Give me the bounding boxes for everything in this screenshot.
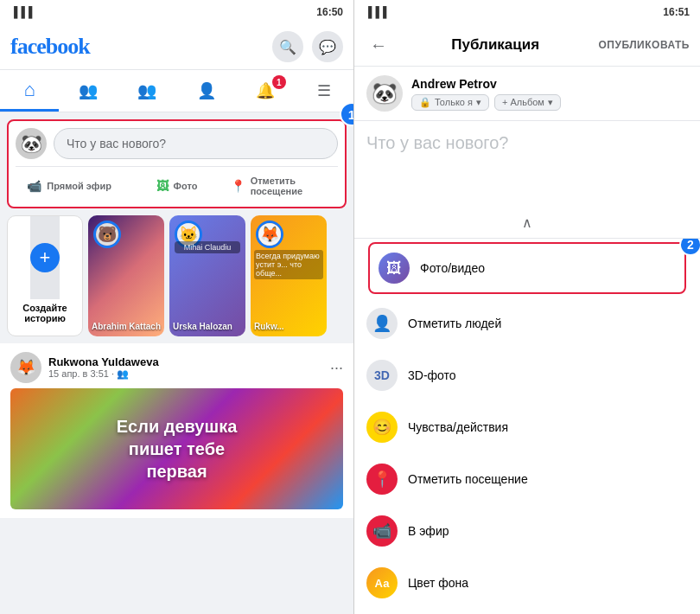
time-left: 16:50 [316,6,343,18]
story-2-tag: Mihai Claudiu [175,241,240,253]
time-right: 16:51 [663,6,690,18]
menu-item-camera[interactable]: 📷 Камера [354,609,700,614]
story-2-name: Urska Halozan [173,322,242,331]
tab-notifications[interactable]: 🔔 1 [236,70,295,112]
author-row: 🐼 Andrew Petrov 🔒 Только я ▾ + Альбом ▾ [354,67,700,121]
profile-icon: 👤 [197,81,216,100]
privacy-label: Только я [435,97,473,107]
location-icon: 📍 [231,179,245,193]
post-box: 🐼 Что у вас нового? 📹 Прямой эфир 🖼 Фото… [7,119,347,208]
post-box-row: 🐼 Что у вас нового? [16,128,338,159]
stories-row: + Создайте историю 🐻 Abrahim Kattach 🐱 M… [0,215,353,343]
publish-header: ← Публикация ОПУБЛИКОВАТЬ [354,24,700,67]
signal-icon-right: ▐▐▐ [365,6,387,18]
tab-home[interactable]: ⌂ [0,70,59,112]
post-actions: 📹 Прямой эфир 🖼 Фото 📍 Отметить посещени… [16,166,338,200]
collapse-row: ∧ [354,208,700,239]
header-icons: 🔍 💬 [272,31,343,62]
live-action[interactable]: 📹 Прямой эфир [16,172,123,200]
location-action[interactable]: 📍 Отметить посещение [231,172,338,200]
friends-icon: 👥 [79,81,98,100]
post-author-info: 🦊 Rukwona Yuldaweva 15 апр. в 3:51 · 👥 [10,352,159,383]
publish-title: Публикация [451,36,539,54]
live-label: Прямой эфир [47,181,111,191]
background-icon: Аа [366,567,398,598]
status-bar-left: ▐▐▐ 16:50 [0,0,353,24]
post-image-text: Если девушкапишет тебепервая [117,415,238,483]
author-controls: 🔒 Только я ▾ + Альбом ▾ [411,94,561,111]
post-author-details: Rukwona Yuldaweva 15 апр. в 3:51 · 👥 [48,355,159,380]
author-avatar-emoji: 🐼 [372,81,398,106]
menu-item-background[interactable]: Аа Цвет фона [354,557,700,609]
live-icon: 📹 [27,179,41,193]
menu-item-live[interactable]: 📹 В эфир [354,505,700,557]
story-1[interactable]: 🐻 Abrahim Kattach [88,215,164,336]
background-label: Цвет фона [408,576,468,590]
live-label: В эфир [408,524,449,538]
lock-icon: 🔒 [419,97,431,108]
photo-action[interactable]: 🖼 Фото [123,172,230,200]
post-author-row: 🦊 Rukwona Yuldaweva 15 апр. в 3:51 · 👥 ·… [10,352,343,383]
feelings-icon: 😊 [366,412,398,443]
photo-label: Фото [174,181,198,191]
menu-item-feelings[interactable]: 😊 Чувства/действия [354,401,700,453]
author-name: Andrew Petrov [411,77,561,91]
home-icon: ⌂ [23,79,35,101]
post-author-name: Rukwona Yuldaweva [48,355,159,368]
notification-badge: 1 [272,75,286,89]
author-avatar: 🐼 [366,75,403,112]
signal-icon: ▐▐▐ [10,6,33,18]
privacy-selector[interactable]: 🔒 Только я ▾ [411,94,489,111]
story-create-top: + [30,216,60,299]
story-3[interactable]: 🦊 Всегда придумаю устит э... что обще...… [251,215,327,336]
menu-item-photo-video-wrapper: 🖼 Фото/видео 2 [361,242,693,294]
messenger-button[interactable]: 💬 [312,31,343,62]
nav-tabs: ⌂ 👥 👥 👤 🔔 1 ☰ [0,70,353,112]
menu-item-check-in[interactable]: 📍 Отметить посещение [354,453,700,505]
story-create-label: Создайте историю [8,299,82,327]
tag-people-label: Отметить людей [408,317,501,330]
menu-item-tag-people[interactable]: 👤 Отметить людей [354,297,700,349]
post-menu-button[interactable]: ··· [330,359,343,377]
privacy-chevron: ▾ [476,97,481,108]
story-1-name: Abrahim Kattach [92,322,161,331]
check-in-label: Отметить посещение [408,472,528,486]
live-icon: 📹 [366,515,398,547]
back-arrow-icon: ← [370,35,387,55]
post-author-avatar: 🦊 [10,352,41,383]
facebook-logo: facebook [10,34,90,60]
photo-icon: 🖼 [156,179,169,193]
post-text-placeholder: Что у вас нового? [366,133,508,152]
publish-button[interactable]: ОПУБЛИКОВАТЬ [598,39,690,51]
photo-video-label: Фото/видео [420,261,485,275]
post-preview: 🦊 Rukwona Yuldaweva 15 апр. в 3:51 · 👥 ·… [0,343,353,518]
album-label: + Альбом [502,97,544,107]
story-3-text: Всегда придумаю устит э... что обще... [254,250,323,279]
story-create-plus-icon: + [30,243,60,272]
chevron-up-icon[interactable]: ∧ [522,214,532,231]
panda-emoji: 🐼 [21,133,42,154]
story-1-avatar: 🐻 [93,221,121,248]
search-icon: 🔍 [279,39,296,55]
3d-photo-icon: 3D [366,360,398,391]
menu-icon: ☰ [317,81,331,100]
post-text-area[interactable]: Что у вас нового? [354,121,700,208]
album-selector[interactable]: + Альбом ▾ [494,94,561,111]
status-bar-left-icons: ▐▐▐ [10,6,33,18]
author-info: Andrew Petrov 🔒 Только я ▾ + Альбом ▾ [411,77,561,111]
left-panel: ▐▐▐ 16:50 facebook 🔍 💬 ⌂ 👥 👥 👤 🔔 [0,0,354,614]
post-input[interactable]: Что у вас нового? [54,128,338,159]
check-in-icon: 📍 [366,464,398,495]
menu-item-3d-photo[interactable]: 3D 3D-фото [354,349,700,401]
back-button[interactable]: ← [365,31,392,59]
menu-item-photo-video[interactable]: 🖼 Фото/видео [368,242,686,294]
tab-groups[interactable]: 👥 [118,70,176,112]
story-2[interactable]: 🐱 Mihai Claudiu Urska Halozan [169,215,245,336]
location-label: Отметить посещение [251,176,338,196]
tab-friends[interactable]: 👥 [59,70,118,112]
search-button[interactable]: 🔍 [272,31,303,62]
tab-profile[interactable]: 👤 [177,70,236,112]
story-create[interactable]: + Создайте историю [7,215,83,336]
groups-icon: 👥 [137,81,156,100]
post-date: 15 апр. в 3:51 [48,368,109,379]
